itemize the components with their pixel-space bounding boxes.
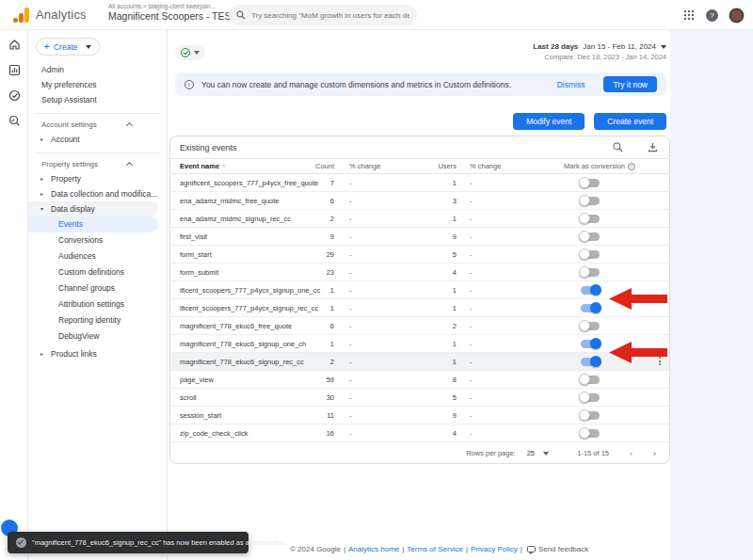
separator: |: [344, 545, 345, 553]
count-change-cell: -: [334, 304, 387, 312]
collection-status-pill[interactable]: [175, 45, 205, 60]
search-input[interactable]: [251, 11, 409, 20]
sidebar-item-channel-groups[interactable]: Channel groups: [28, 280, 158, 296]
sidebar-item-product-links[interactable]: ▸ Product links: [28, 346, 168, 361]
mark-as-conversion-toggle[interactable]: [581, 268, 600, 277]
section-account-settings[interactable]: Account settings: [28, 119, 168, 132]
table-row[interactable]: zip_code_check_click 16 - 4 -: [170, 424, 669, 442]
mark-as-conversion-toggle[interactable]: [581, 376, 600, 384]
sidebar-item-debugview[interactable]: DebugView: [28, 328, 158, 344]
try-it-now-button[interactable]: Try it now: [603, 76, 657, 92]
sidebar-item-events[interactable]: Events: [28, 216, 158, 232]
create-button[interactable]: + Create: [36, 38, 100, 56]
mark-as-conversion-toggle[interactable]: [581, 429, 600, 438]
create-event-button[interactable]: Create event: [594, 113, 666, 130]
event-name-cell: scroll: [170, 393, 293, 402]
table-row[interactable]: ena_adamz_midmc_free_quote 6 - 3 -: [170, 192, 669, 210]
mark-as-conversion-toggle[interactable]: [581, 411, 600, 420]
table-row[interactable]: agnificent_scoopers_777_p4ycx_free_quote…: [170, 174, 669, 192]
col-event-name[interactable]: Event name↑: [170, 162, 293, 170]
sidebar-item-custom-definitions[interactable]: Custom definitions: [28, 264, 158, 280]
help-icon[interactable]: ?: [706, 9, 718, 22]
mark-as-conversion-toggle[interactable]: [581, 286, 600, 295]
table-row[interactable]: session_start 11 - 9 -: [170, 407, 669, 424]
mark-as-conversion-toggle[interactable]: [581, 215, 600, 223]
sidebar-item-conversions[interactable]: Conversions: [28, 232, 158, 248]
advertising-icon[interactable]: [0, 84, 28, 106]
sidebar-item-account[interactable]: ▸ Account: [28, 132, 168, 147]
table-row[interactable]: scroll 30 - 5 -: [170, 389, 669, 407]
sidebar-item-admin[interactable]: Admin: [28, 62, 168, 77]
table-row[interactable]: magnificent_778_ekuc6_free_quote 6 - 2 -: [170, 317, 669, 335]
expand-arrow-icon[interactable]: ▸: [40, 171, 43, 186]
home-icon[interactable]: [0, 33, 28, 56]
count-cell: 30: [293, 393, 334, 402]
collapse-arrow-icon[interactable]: ▾: [40, 201, 43, 216]
sidebar-item-data-collection[interactable]: ▸ Data collection and modifica...: [28, 186, 168, 201]
row-overflow-menu-icon[interactable]: [655, 357, 665, 365]
table-row[interactable]: ena_adamz_midmc_signup_rec_cc 2 - 1 -: [170, 210, 669, 228]
apps-grid-icon[interactable]: [683, 9, 695, 21]
table-row[interactable]: first_visit 9 - 9 -: [170, 228, 669, 246]
table-row[interactable]: ificent_scoopers_777_p4ycx_signup_one_cc…: [170, 281, 669, 299]
expand-arrow-icon[interactable]: ▸: [40, 186, 43, 201]
col-count[interactable]: Count: [293, 162, 334, 170]
sidebar-item-data-display[interactable]: ▾ Data display: [28, 201, 158, 216]
section-property-settings[interactable]: Property settings: [28, 158, 168, 171]
sidebar-item-attribution-settings[interactable]: Attribution settings: [28, 296, 158, 312]
footer-link-terms-of-service[interactable]: Terms of Service: [407, 545, 463, 553]
sidebar-item-my-preferences[interactable]: My preferences: [28, 77, 168, 92]
event-name-cell: first_visit: [170, 232, 293, 241]
users-change-cell: -: [457, 268, 509, 277]
download-icon[interactable]: [648, 142, 658, 152]
explore-icon[interactable]: [0, 109, 28, 132]
expand-arrow-icon[interactable]: ▸: [40, 132, 43, 147]
breadcrumb[interactable]: All accounts > staging-client sweepan...: [108, 3, 249, 9]
table-row[interactable]: magnificent_778_ekuc6_signup_one_ch 1 - …: [170, 335, 669, 353]
sidebar-item-property[interactable]: ▸ Property: [28, 171, 168, 186]
date-range-picker[interactable]: Last 28 daysJan 15 - Feb 11, 2024 Compar…: [533, 42, 666, 61]
footer-link-analytics-home[interactable]: Analytics home: [348, 545, 399, 553]
dismiss-button[interactable]: Dismiss: [557, 80, 585, 89]
count-change-cell: -: [334, 179, 387, 187]
table-row[interactable]: form_submit 23 - 4 -: [170, 264, 669, 281]
previous-page-button[interactable]: ‹: [630, 449, 633, 458]
table-search-icon[interactable]: [613, 142, 623, 152]
mark-as-conversion-toggle[interactable]: [581, 393, 600, 402]
mark-as-conversion-toggle[interactable]: [581, 179, 600, 187]
users-change-cell: -: [457, 215, 509, 223]
avatar[interactable]: [729, 8, 744, 23]
right-gutter: [670, 30, 753, 560]
table-row[interactable]: magnificent_778_ekuc6_signup_rec_cc 2 - …: [170, 353, 669, 371]
users-cell: 1: [387, 340, 457, 348]
mark-as-conversion-toggle[interactable]: [581, 232, 600, 241]
mark-as-conversion-toggle[interactable]: [581, 197, 600, 205]
table-row[interactable]: ificent_scoopers_777_p4ycx_signup_rec_cc…: [170, 299, 669, 317]
mark-as-conversion-toggle[interactable]: [581, 304, 600, 312]
mark-as-conversion-toggle[interactable]: [581, 322, 600, 330]
col-users-change[interactable]: % change: [457, 162, 509, 170]
mark-as-conversion-toggle[interactable]: [581, 340, 600, 348]
footer-link-privacy-policy[interactable]: Privacy Policy: [471, 545, 518, 553]
modify-event-button[interactable]: Modify event: [513, 113, 585, 130]
count-cell: 59: [293, 376, 334, 384]
sidebar-item-setup-assistant[interactable]: Setup Assistant: [28, 92, 168, 107]
col-count-change[interactable]: % change: [334, 162, 387, 170]
reports-icon[interactable]: [0, 58, 28, 81]
sidebar-item-audiences[interactable]: Audiences: [28, 248, 158, 264]
col-users[interactable]: Users: [387, 162, 457, 170]
count-change-cell: -: [334, 215, 387, 223]
mark-as-conversion-toggle[interactable]: [581, 358, 600, 366]
table-row[interactable]: form_start 29 - 5 -: [170, 246, 669, 264]
search-bar[interactable]: [229, 5, 417, 25]
users-cell: 3: [387, 197, 457, 205]
help-tooltip-icon[interactable]: ?: [628, 163, 635, 170]
sidebar-item-reporting-identity[interactable]: Reporting identity: [28, 312, 158, 328]
send-feedback-link[interactable]: Send feedback: [525, 545, 588, 553]
count-change-cell: -: [334, 376, 387, 384]
mark-as-conversion-toggle[interactable]: [581, 250, 600, 259]
rows-per-page-select[interactable]: 25: [527, 449, 550, 457]
expand-arrow-icon[interactable]: ▸: [40, 346, 43, 361]
table-row[interactable]: page_view 59 - 8 -: [170, 371, 669, 389]
next-page-button[interactable]: ›: [653, 449, 656, 458]
